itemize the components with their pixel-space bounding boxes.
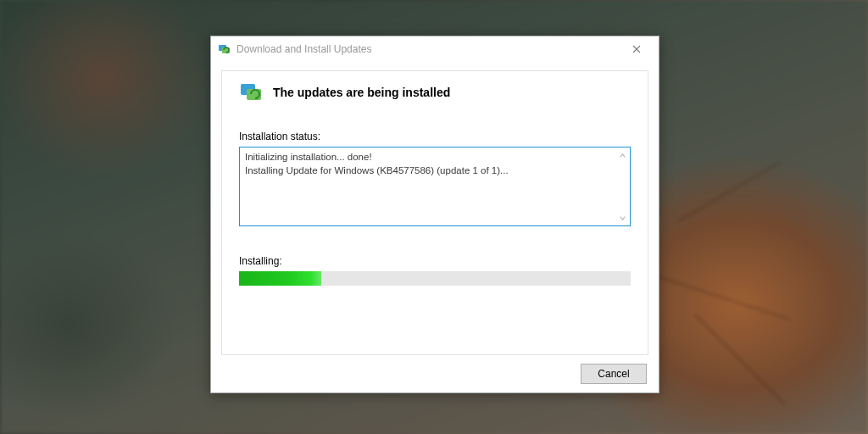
titlebar[interactable]: Download and Install Updates — [211, 36, 659, 62]
progress-fill — [239, 271, 321, 286]
close-icon — [632, 45, 641, 53]
installing-label: Installing: — [239, 255, 631, 267]
cancel-button-label: Cancel — [598, 368, 629, 380]
cancel-button[interactable]: Cancel — [581, 364, 647, 384]
heading-row: The updates are being installed — [239, 80, 631, 105]
window-title: Download and Install Updates — [236, 43, 618, 55]
installation-status-label: Installation status: — [239, 131, 631, 142]
chevron-up-icon — [619, 152, 626, 159]
update-icon — [218, 42, 231, 56]
close-button[interactable] — [618, 37, 655, 61]
dialog-content: The updates are being installed Installa… — [211, 62, 659, 392]
button-row: Cancel — [221, 355, 648, 386]
status-log-box: Initializing installation... done! Insta… — [239, 147, 631, 226]
chevron-down-icon — [619, 214, 626, 222]
heading-text: The updates are being installed — [273, 86, 450, 99]
scroll-down-button[interactable] — [617, 213, 627, 223]
update-icon — [239, 80, 264, 105]
inner-panel: The updates are being installed Installa… — [221, 70, 648, 355]
scroll-up-button[interactable] — [617, 150, 627, 160]
status-log-text: Initializing installation... done! Insta… — [243, 151, 626, 177]
update-dialog: Download and Install Updates The updates… — [210, 36, 659, 393]
progress-bar — [239, 271, 631, 286]
